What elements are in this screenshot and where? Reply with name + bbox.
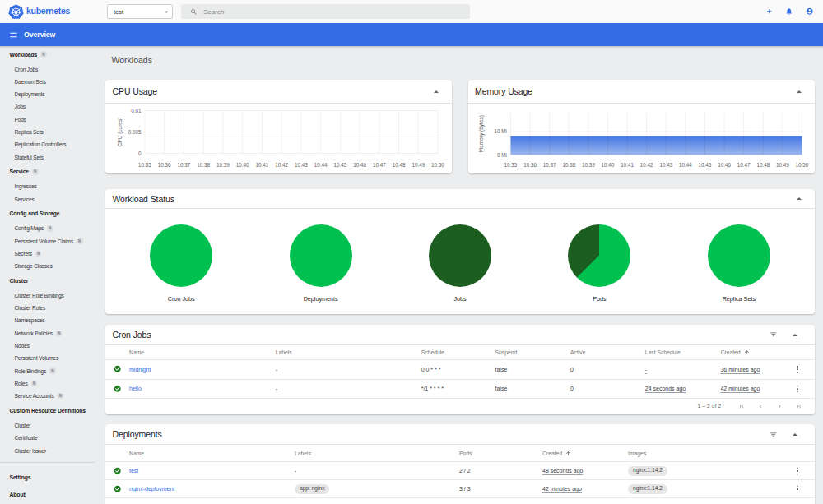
column-header-created[interactable]: Created	[542, 451, 628, 456]
column-header-name[interactable]: Name	[129, 451, 295, 456]
memory-collapse-button[interactable]	[797, 90, 802, 93]
sidebar-item-label: Cron Jobs	[15, 67, 39, 72]
namespace-select[interactable]: test	[107, 4, 173, 19]
collapse-icon	[793, 433, 797, 436]
next-page-button[interactable]	[770, 400, 789, 413]
sidebar-item-replica-sets[interactable]: Replica Sets	[0, 126, 95, 138]
row-menu-button[interactable]	[793, 383, 802, 395]
cell-created: 48 seconds ago	[542, 468, 628, 474]
sidebar-item-pods[interactable]: Pods	[0, 113, 95, 126]
account-button[interactable]	[800, 2, 820, 21]
row-menu-button[interactable]	[793, 483, 803, 495]
workload-status-title: Workload Status	[113, 194, 797, 204]
column-header-last-schedule[interactable]: Last Schedule	[645, 349, 721, 355]
sidebar-item-stateful-sets[interactable]: Stateful Sets	[0, 150, 95, 163]
notifications-button[interactable]	[779, 2, 799, 21]
resource-link[interactable]: hello	[129, 386, 142, 391]
column-header-active[interactable]: Active	[570, 349, 645, 355]
sidebar-item-services[interactable]: Services	[0, 192, 95, 205]
sidebar-item-label: Namespaces	[15, 317, 45, 323]
sidebar-item-cluster[interactable]: Cluster	[0, 419, 95, 432]
nav-group-config-and-storage: Config and StorageConfig MapsNPersistent…	[0, 206, 95, 273]
sidebar-item-about[interactable]: About	[0, 486, 95, 503]
pie-chart-pods	[568, 224, 630, 287]
x-tick-label: 10:49	[412, 162, 425, 168]
sidebar-item-cron-jobs[interactable]: Cron Jobs	[0, 62, 95, 75]
column-header-created[interactable]: Created	[720, 349, 788, 355]
deployments-filter-button[interactable]	[770, 431, 778, 439]
sidebar-item-custom-resource-definitions[interactable]: Custom Resource Definitions	[0, 402, 95, 418]
bell-icon	[785, 7, 793, 16]
resource-link[interactable]: nginx-deployment	[129, 486, 174, 492]
cron-collapse-button[interactable]	[793, 334, 797, 336]
pie-label: Cron Jobs	[168, 295, 195, 303]
sidebar-item-cluster-issuer[interactable]: Cluster Issuer	[0, 444, 95, 456]
memory-usage-chart: 10 Mi0 Mi10:3510:3610:3710:3810:3910:401…	[468, 104, 815, 173]
sidebar-item-service[interactable]: ServiceN	[0, 164, 95, 180]
sidebar-item-replication-controllers[interactable]: Replication Controllers	[0, 138, 95, 150]
sidebar-item-config-maps[interactable]: Config MapsN	[0, 222, 95, 234]
paginator-range-label: 1 – 2 of 2	[697, 403, 721, 409]
sidebar-item-workloads[interactable]: WorkloadsN	[0, 46, 95, 62]
sidebar-item-storage-classes[interactable]: Storage Classes	[0, 260, 95, 272]
sidebar-item-cluster-roles[interactable]: Cluster Roles	[0, 302, 95, 314]
sidebar-item-deployments[interactable]: Deployments	[0, 88, 95, 100]
column-header-schedule[interactable]: Schedule	[421, 349, 495, 355]
sidebar-item-roles[interactable]: RolesN	[0, 377, 95, 390]
column-header-labels[interactable]: Labels	[295, 451, 459, 456]
x-tick-label: 10:41	[621, 162, 634, 168]
sidebar-item-secrets[interactable]: SecretsN	[0, 247, 95, 260]
sidebar-item-jobs[interactable]: Jobs	[0, 100, 95, 113]
sidebar-item-persistent-volumes[interactable]: Persistent Volumes	[0, 352, 95, 364]
row-menu-button[interactable]	[793, 363, 802, 375]
y-tick-label: 0.01	[131, 108, 142, 113]
sidebar-item-namespaces[interactable]: Namespaces	[0, 314, 95, 326]
sidebar-item-config-and-storage[interactable]: Config and Storage	[0, 206, 95, 222]
sidebar-item-nodes[interactable]: Nodes	[0, 340, 95, 352]
sidebar-item-settings[interactable]: Settings	[0, 469, 95, 486]
sidebar-item-ingresses[interactable]: Ingresses	[0, 180, 95, 192]
cron-filter-button[interactable]	[770, 331, 778, 339]
row-menu-button[interactable]	[793, 465, 803, 477]
table-header-row: NameLabelsScheduleSuspendActiveLast Sche…	[105, 345, 815, 360]
column-header-images[interactable]: Images	[628, 451, 788, 456]
resource-link[interactable]: midnight	[129, 367, 151, 372]
page-header-title: Overview	[24, 30, 55, 39]
y-tick-label: 0.005	[128, 129, 142, 135]
collapse-icon	[797, 197, 802, 200]
menu-button[interactable]	[9, 30, 18, 39]
status-collapse-button[interactable]	[797, 197, 802, 200]
memory-usage-header: Memory Usage	[468, 80, 816, 104]
cpu-usage-chart: 0.010.005010:3510:3610:3710:3810:3910:40…	[105, 104, 452, 173]
sidebar-item-role-bindings[interactable]: Role BindingsN	[0, 365, 95, 377]
sidebar-item-service-accounts[interactable]: Service AccountsN	[0, 390, 95, 402]
column-header-name[interactable]: Name	[129, 349, 276, 355]
previous-page-button[interactable]	[751, 400, 770, 413]
cpu-collapse-button[interactable]	[434, 90, 439, 93]
first-page-button[interactable]	[732, 400, 751, 413]
column-header-pods[interactable]: Pods	[459, 451, 542, 456]
create-button[interactable]	[759, 2, 779, 21]
sidebar-item-cluster-role-bindings[interactable]: Cluster Role Bindings	[0, 289, 95, 302]
sidebar-item-label: Jobs	[15, 104, 26, 109]
last-page-button[interactable]	[789, 400, 808, 413]
column-header-label: Active	[570, 349, 586, 355]
x-tick-label: 10:36	[523, 162, 537, 168]
sidebar-item-cluster[interactable]: Cluster	[0, 272, 95, 289]
sidebar-item-certificate[interactable]: Certificate	[0, 432, 95, 444]
column-header-suspend[interactable]: Suspend	[495, 349, 570, 355]
sidebar-item-network-policies[interactable]: Network PoliciesN	[0, 327, 95, 340]
cell-labels: -	[295, 468, 459, 474]
chevron-left-icon	[757, 403, 765, 410]
sidebar-item-persistent-volume-claims[interactable]: Persistent Volume ClaimsN	[0, 234, 95, 247]
brand[interactable]: kubernetes	[8, 4, 70, 20]
x-tick-label: 10:45	[698, 162, 711, 168]
search-input[interactable]	[203, 8, 434, 16]
deployments-collapse-button[interactable]	[793, 433, 797, 436]
resource-link[interactable]: test	[129, 468, 138, 474]
column-header-labels[interactable]: Labels	[276, 349, 421, 355]
namespaced-badge: N	[31, 381, 38, 387]
sidebar-item-label: Workloads	[10, 52, 38, 58]
column-header-label: Created	[720, 349, 740, 355]
sidebar-item-daemon-sets[interactable]: Daemon Sets	[0, 76, 95, 88]
